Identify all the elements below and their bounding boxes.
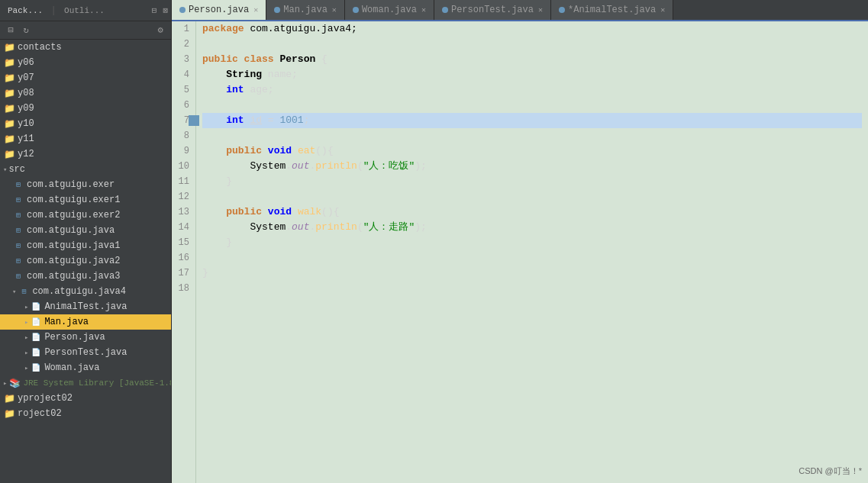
collapse-arrow-icon: ▸ — [24, 303, 28, 311]
sidebar-toolbar: ⊟ ↻ ⚙ — [0, 21, 171, 40]
tab-persontest-java[interactable]: PersonTest.java ✕ — [434, 0, 551, 21]
library-icon: 📚 — [8, 377, 21, 389]
project-icon: 📁 — [3, 407, 15, 420]
settings-btn[interactable]: ⚙ — [154, 24, 166, 37]
sidebar-item-pkg-java2[interactable]: ⊞ com.atguigu.java2 — [0, 253, 171, 269]
code-line-16 — [202, 250, 862, 266]
package-icon: ⊞ — [12, 179, 24, 191]
sidebar-item-pkg-java3[interactable]: ⊞ com.atguigu.java3 — [0, 269, 171, 284]
sidebar-tab-package[interactable]: Pack... — [3, 5, 47, 17]
file-dot-icon — [353, 7, 359, 13]
expand-arrow-icon: ▸ — [3, 379, 7, 388]
sidebar-item-y09[interactable]: 📁 y09 — [0, 101, 171, 116]
collapse-arrow-icon: ▸ — [24, 318, 28, 327]
folder-icon: 📁 — [3, 87, 15, 99]
sidebar-item-y06[interactable]: 📁 y06 — [0, 55, 171, 70]
collapse-arrow-icon: ▸ — [24, 364, 28, 372]
sidebar: Pack... | Outli... ⊟ ⊠ ⊟ ↻ ⚙ 📁 contacts … — [0, 0, 172, 483]
close-tab-icon[interactable]: ✕ — [421, 5, 426, 14]
folder-icon: 📁 — [3, 41, 15, 53]
line-numbers: 1 2 3 4 5 6 7 8 9 10 11 12 13 14 15 16 1… — [172, 21, 196, 483]
code-editor[interactable]: 1 2 3 4 5 6 7 8 9 10 11 12 13 14 15 16 1… — [172, 21, 868, 483]
expand-arrow-icon: ▾ — [3, 166, 7, 174]
folder-icon: 📁 — [3, 118, 15, 130]
collapse-arrow-icon: ▸ — [24, 333, 28, 342]
sidebar-item-pkg-exer[interactable]: ⊞ com.atguigu.exer — [0, 177, 171, 192]
code-line-14: System.out.println("人：走路"); — [202, 220, 862, 235]
java-file-icon: 📄 — [30, 301, 42, 313]
file-dot-icon — [442, 7, 448, 13]
sidebar-item-y08[interactable]: 📁 y08 — [0, 85, 171, 101]
sidebar-item-pkg-exer1[interactable]: ⊞ com.atguigu.exer1 — [0, 192, 171, 208]
sidebar-item-src[interactable]: ▾ src — [0, 162, 171, 177]
file-dot-icon — [274, 7, 280, 13]
package-icon: ⊞ — [12, 270, 24, 282]
sidebar-item-yproject02[interactable]: 📁 yproject02 — [0, 391, 171, 406]
package-icon: ⊞ — [12, 240, 24, 252]
tab-animaltest-java[interactable]: *AnimalTest.java ✕ — [551, 0, 673, 21]
sidebar-item-y10[interactable]: 📁 y10 — [0, 116, 171, 131]
sidebar-item-man[interactable]: ▸ 📄 Man.java — [0, 314, 171, 330]
minimize-btn[interactable]: ⊟ — [152, 5, 157, 15]
package-icon: ⊞ — [12, 224, 24, 237]
java-file-icon: 📄 — [30, 346, 42, 359]
close-tab-icon[interactable]: ✕ — [538, 5, 543, 14]
tab-person-java[interactable]: Person.java ✕ — [172, 0, 266, 21]
package-icon: ⊞ — [12, 194, 24, 206]
package-icon: ⊞ — [12, 209, 24, 221]
collapse-all-btn[interactable]: ⊟ — [5, 24, 17, 37]
code-line-11: } — [202, 174, 862, 189]
code-line-17: } — [202, 266, 862, 281]
package-icon: ⊞ — [18, 285, 30, 298]
sidebar-item-pkg-java4[interactable]: ▾ ⊞ com.atguigu.java4 — [0, 284, 171, 299]
sidebar-item-contacts[interactable]: 📁 contacts — [0, 40, 171, 55]
code-line-1: package com.atguigu.java4; — [202, 21, 862, 37]
tab-bar: Person.java ✕ Man.java ✕ Woman.java ✕ Pe… — [172, 0, 868, 21]
project-icon: 📁 — [3, 392, 15, 404]
code-line-4: String name; — [202, 67, 862, 82]
sync-btn[interactable]: ↻ — [20, 24, 32, 37]
tab-man-java[interactable]: Man.java ✕ — [266, 0, 345, 21]
sidebar-item-pkg-exer2[interactable]: ⊞ com.atguigu.exer2 — [0, 208, 171, 223]
sidebar-item-roject02[interactable]: 📁 roject02 — [0, 406, 171, 421]
editor-area: Person.java ✕ Man.java ✕ Woman.java ✕ Pe… — [172, 0, 868, 483]
code-line-13: public void walk(){ — [202, 204, 862, 220]
sidebar-item-pkg-java1[interactable]: ⊞ com.atguigu.java1 — [0, 238, 171, 253]
java-file-icon: 📄 — [30, 331, 42, 343]
close-tab-icon[interactable]: ✕ — [332, 5, 337, 14]
collapse-arrow-icon: ▸ — [24, 349, 28, 357]
close-tab-icon[interactable]: ✕ — [253, 5, 258, 14]
code-line-18 — [202, 281, 862, 296]
package-icon: ⊞ — [12, 255, 24, 267]
file-dot-icon — [179, 7, 186, 13]
code-line-8 — [202, 128, 862, 143]
sidebar-item-y07[interactable]: 📁 y07 — [0, 70, 171, 85]
sidebar-item-persontest[interactable]: ▸ 📄 PersonTest.java — [0, 345, 171, 360]
maximize-btn[interactable]: ⊠ — [163, 5, 168, 15]
folder-icon: 📁 — [3, 56, 15, 69]
main-layout: Pack... | Outli... ⊟ ⊠ ⊟ ↻ ⚙ 📁 contacts … — [0, 0, 868, 483]
folder-icon: 📁 — [3, 133, 15, 145]
folder-icon: 📁 — [3, 72, 15, 84]
sidebar-item-woman[interactable]: ▸ 📄 Woman.java — [0, 360, 171, 375]
sidebar-item-pkg-java[interactable]: ⊞ com.atguigu.java — [0, 223, 171, 238]
sidebar-item-y12[interactable]: 📁 y12 — [0, 147, 171, 162]
code-line-6 — [202, 98, 862, 113]
code-line-9: public void eat(){ — [202, 143, 862, 159]
java-file-icon: 📄 — [30, 362, 42, 374]
sidebar-tab-outline[interactable]: Outli... — [60, 5, 109, 17]
code-line-7: int id = 1001; — [202, 113, 862, 128]
java-file-icon: 📄 — [30, 316, 42, 328]
sidebar-item-jre[interactable]: ▸ 📚 JRE System Library [JavaSE-1.8] — [0, 375, 171, 391]
sidebar-item-animaltest[interactable]: ▸ 📄 AnimalTest.java — [0, 299, 171, 314]
tab-woman-java[interactable]: Woman.java ✕ — [345, 0, 434, 21]
code-line-2 — [202, 37, 862, 52]
code-content[interactable]: package com.atguigu.java4; public class … — [196, 21, 868, 483]
sidebar-item-y11[interactable]: 📁 y11 — [0, 131, 171, 147]
folder-icon: 📁 — [3, 102, 15, 114]
folder-icon: 📁 — [3, 148, 15, 160]
close-tab-icon[interactable]: ✕ — [660, 5, 665, 14]
expand-arrow-icon: ▾ — [12, 288, 16, 296]
code-line-12 — [202, 189, 862, 204]
sidebar-item-person[interactable]: ▸ 📄 Person.java — [0, 330, 171, 345]
